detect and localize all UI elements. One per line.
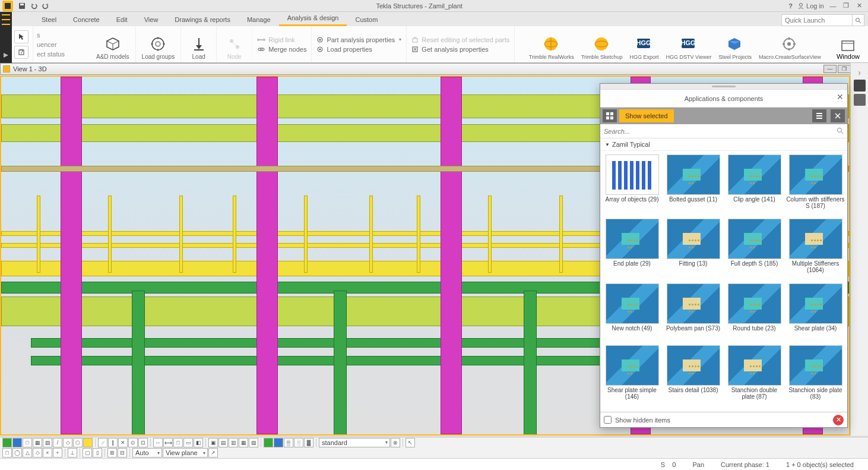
cursor-tool-button[interactable] (14, 30, 28, 43)
search-icon[interactable] (853, 14, 864, 26)
component-card[interactable]: Stanchion side plate (83) (786, 345, 845, 408)
sel-btn-24[interactable]: ▧ (249, 438, 258, 447)
snap-btn-16[interactable]: ⟷ (163, 438, 173, 447)
load-properties-button[interactable]: Load properties (316, 46, 401, 53)
snap2-6[interactable]: + (53, 448, 62, 458)
minimize-icon[interactable]: — (829, 2, 837, 10)
snap2-5[interactable]: × (43, 448, 52, 458)
snap-btn-4[interactable]: ▦ (33, 438, 42, 447)
snap-btn-14[interactable]: ⊡ (138, 438, 148, 447)
hgg-dstv-button[interactable]: HGGHGG DSTV Viewer (663, 27, 715, 61)
auto-combo[interactable]: Auto (132, 448, 162, 458)
snap2-1[interactable]: □ (2, 448, 12, 458)
snap2-11[interactable]: ⊟ (118, 448, 127, 458)
panel-grip[interactable] (600, 84, 847, 90)
snap-btn-17[interactable]: □ (173, 438, 183, 447)
component-card[interactable]: Clip angle (141) (725, 154, 784, 217)
component-card[interactable]: Polybeam pan (S73) (664, 283, 723, 344)
components-panel-button[interactable] (854, 80, 866, 92)
load-groups-button[interactable]: Load groups (136, 26, 182, 62)
component-card[interactable]: Round tube (23) (725, 283, 784, 344)
grid-view-button[interactable] (603, 109, 617, 122)
component-card[interactable]: Shear plate simple (146) (603, 345, 661, 408)
group-header[interactable]: Zamil Typical (600, 138, 847, 151)
snap-btn-5[interactable]: ▨ (43, 438, 52, 447)
sel-btn-28[interactable]: ░ (294, 438, 303, 447)
snap2-3[interactable]: △ (23, 448, 32, 458)
component-card[interactable]: New notch (49) (603, 283, 661, 344)
snap2-4[interactable]: ◇ (33, 448, 42, 458)
snap-btn-11[interactable]: ‖ (108, 438, 118, 447)
snap-btn-6[interactable]: / (53, 438, 62, 447)
snap-btn-7[interactable]: ◇ (63, 438, 72, 447)
snap-btn-15[interactable]: ↔ (153, 438, 163, 447)
expand-right-icon[interactable]: › (858, 68, 861, 77)
tab-drawings[interactable]: Drawings & reports (166, 13, 239, 26)
undo-icon[interactable] (30, 2, 38, 10)
panel-close-icon[interactable]: ✕ (837, 92, 844, 102)
snap-btn-9[interactable] (83, 438, 93, 447)
component-card[interactable]: Full depth S (185) (725, 219, 784, 282)
component-card[interactable]: End plate (29) (603, 219, 661, 282)
snap2-8[interactable]: ▢ (83, 448, 92, 458)
tab-custom[interactable]: Custom (347, 13, 386, 26)
show-selected-button[interactable]: Show selected (619, 109, 674, 122)
close-icon[interactable]: ✕ (855, 2, 863, 10)
merge-nodes-button[interactable]: Merge nodes (257, 46, 306, 53)
macro-surface-button[interactable]: Macro.CreateSurfaceView (755, 27, 825, 61)
help-tool-button[interactable]: ? (14, 46, 28, 59)
component-card[interactable]: Bolted gusset (11) (664, 154, 723, 217)
viewplane-combo[interactable]: View plane (163, 448, 208, 458)
snap-btn-18[interactable]: ▭ (183, 438, 193, 447)
component-card[interactable]: Stairs detail (1038) (664, 345, 723, 408)
sel-btn-20[interactable]: ▣ (208, 438, 218, 447)
standard-combo[interactable]: standard (319, 438, 390, 447)
clear-button[interactable]: ✕ (833, 415, 844, 425)
snap2-7[interactable]: ⊥ (68, 448, 77, 458)
sel-btn-27[interactable]: ▒ (284, 438, 293, 447)
sel-btn-26[interactable] (274, 438, 283, 447)
restore-icon[interactable]: ❐ (842, 2, 850, 10)
sel-btn-25[interactable] (264, 438, 273, 447)
login-button[interactable]: Log in (797, 2, 824, 10)
component-card[interactable]: Column with stiffeners S (187) (786, 154, 845, 217)
load-button[interactable]: Load (181, 26, 217, 62)
cursor-btn[interactable]: ↖ (406, 438, 415, 447)
snap-btn-10[interactable]: ⟋ (98, 438, 107, 447)
view-maximize-icon[interactable]: ❐ (838, 65, 851, 73)
snap-btn-12[interactable]: ✕ (118, 438, 128, 447)
snap-btn-1[interactable] (2, 438, 12, 447)
snap2-9[interactable]: ▯ (93, 448, 102, 458)
sel-btn-22[interactable]: ▥ (229, 438, 238, 447)
window-button[interactable]: Window (828, 26, 868, 62)
search-icon[interactable] (837, 127, 844, 135)
snap-btn-2[interactable] (12, 438, 22, 447)
tab-analysis[interactable]: Analysis & design (279, 11, 347, 26)
trimble-realworks-button[interactable]: Trimble RealWorks (525, 27, 578, 61)
tab-manage[interactable]: Manage (239, 13, 279, 26)
save-icon[interactable] (18, 2, 26, 10)
trimble-sketchup-button[interactable]: Trimble Sketchup (578, 27, 626, 61)
side-panel-button[interactable] (854, 94, 866, 106)
hgg-export-button[interactable]: HGGHGG Export (626, 27, 663, 61)
view-title-bar[interactable]: View 1 - 3D — ❐ ✕ (0, 63, 868, 75)
component-card[interactable]: Stanchion double plate (87) (725, 345, 784, 408)
snap-btn-3[interactable]: □ (23, 438, 32, 447)
snap-btn-8[interactable]: ⬡ (73, 438, 83, 447)
component-card[interactable]: Multiple Stiffeners (1064) (786, 219, 845, 282)
file-menu-button[interactable] (0, 12, 12, 63)
ad-models-button[interactable]: A&D models (90, 26, 136, 62)
quick-launch-input[interactable] (781, 14, 853, 26)
snap2-10[interactable]: ⊞ (107, 448, 117, 458)
snap2-2[interactable]: ◯ (12, 448, 22, 458)
sel-btn-29[interactable]: ▓ (304, 438, 313, 447)
snap2-12[interactable]: ↗ (208, 448, 218, 458)
collapse-icon[interactable] (831, 109, 845, 122)
snap-btn-19[interactable]: ◧ (194, 438, 203, 447)
redo-icon[interactable] (42, 2, 50, 10)
tab-steel[interactable]: Steel (33, 13, 65, 26)
tab-view[interactable]: View (136, 13, 167, 26)
component-card[interactable]: Shear plate (34) (786, 283, 845, 344)
get-analysis-props-button[interactable]: Get analysis properties (411, 46, 509, 53)
sel-btn-21[interactable]: ▤ (218, 438, 228, 447)
